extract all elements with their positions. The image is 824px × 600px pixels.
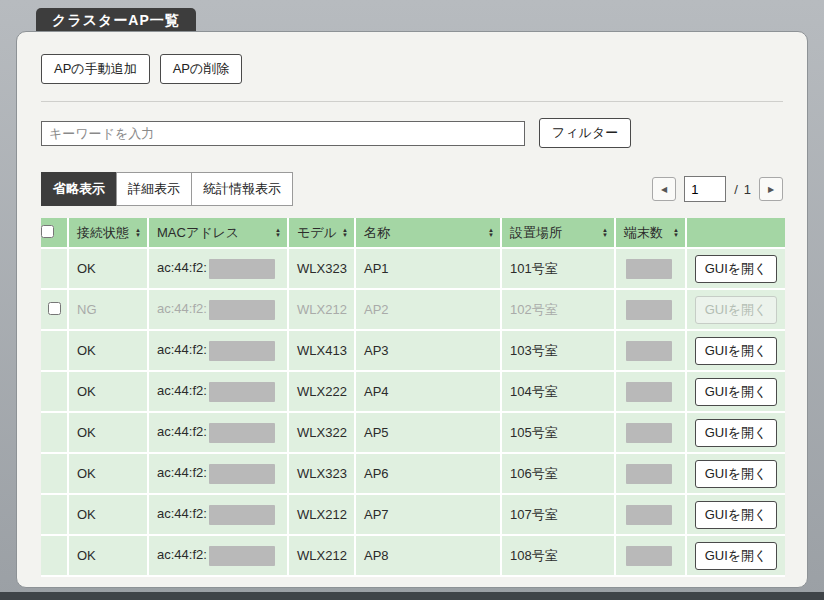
cell-status: OK [69, 454, 149, 495]
col-header-status[interactable]: 接続状態 ▲▼ [69, 218, 149, 249]
cell-location: 104号室 [502, 372, 616, 413]
cell-name: AP3 [356, 331, 502, 372]
view-mode-tabs: 省略表示 詳細表示 統計情報表示 [41, 172, 293, 206]
cell-action: GUIを開く [687, 372, 785, 413]
cell-model: WLX212 [289, 536, 356, 577]
cell-terminal-count [616, 331, 687, 372]
sort-icon[interactable]: ▲▼ [275, 228, 281, 238]
open-gui-button[interactable]: GUIを開く [695, 419, 778, 447]
table-row: OKac:44:f2:WLX212AP7107号室GUIを開く [41, 495, 785, 536]
redacted-mac-suffix [209, 546, 275, 566]
table-row: OKac:44:f2:WLX322AP5105号室GUIを開く [41, 413, 785, 454]
cell-model: WLX323 [289, 249, 356, 290]
cell-name: AP6 [356, 454, 502, 495]
cell-name: AP8 [356, 536, 502, 577]
cell-mac: ac:44:f2: [149, 413, 289, 454]
sort-icon[interactable]: ▲▼ [673, 228, 679, 238]
open-gui-button[interactable]: GUIを開く [695, 255, 778, 283]
cell-terminal-count [616, 290, 687, 331]
cell-model: WLX212 [289, 290, 356, 331]
table-row: OKac:44:f2:WLX413AP3103号室GUIを開く [41, 331, 785, 372]
cell-location: 108号室 [502, 536, 616, 577]
open-gui-button[interactable]: GUIを開く [695, 542, 778, 570]
cell-model: WLX323 [289, 454, 356, 495]
cell-model: WLX413 [289, 331, 356, 372]
sort-icon[interactable]: ▲▼ [342, 228, 348, 238]
cell-terminal-count [616, 495, 687, 536]
open-gui-button[interactable]: GUIを開く [695, 337, 778, 365]
cell-terminal-count [616, 249, 687, 290]
open-gui-button[interactable]: GUIを開く [695, 378, 778, 406]
cell-mac: ac:44:f2: [149, 454, 289, 495]
cell-select [41, 290, 69, 331]
cell-mac: ac:44:f2: [149, 290, 289, 331]
page-total: / 1 [734, 182, 751, 197]
col-header-location[interactable]: 設置場所 ▲▼ [502, 218, 616, 249]
table-row: NGac:44:f2:WLX212AP2102号室GUIを開く [41, 290, 785, 331]
tab-summary-view[interactable]: 省略表示 [41, 172, 117, 206]
cell-terminal-count [616, 536, 687, 577]
table-row: OKac:44:f2:WLX212AP8108号室GUIを開く [41, 536, 785, 577]
cell-action: GUIを開く [687, 331, 785, 372]
toolbar-divider [41, 101, 783, 102]
cell-status: OK [69, 495, 149, 536]
cell-select [41, 495, 69, 536]
col-header-terminal-count[interactable]: 端末数 ▲▼ [616, 218, 687, 249]
bottom-bar [0, 592, 824, 600]
cell-terminal-count [616, 413, 687, 454]
table-row: OKac:44:f2:WLX323AP1101号室GUIを開く [41, 249, 785, 290]
col-header-select [41, 218, 69, 249]
cell-select [41, 536, 69, 577]
prev-page-button[interactable]: ◀ [652, 177, 676, 201]
redacted-terminal-count [626, 259, 672, 279]
open-gui-button[interactable]: GUIを開く [695, 501, 778, 529]
sort-icon[interactable]: ▲▼ [488, 228, 494, 238]
cell-action: GUIを開く [687, 536, 785, 577]
cell-model: WLX212 [289, 495, 356, 536]
cell-select [41, 331, 69, 372]
page-separator: / [734, 182, 738, 197]
cell-name: AP7 [356, 495, 502, 536]
ap-table-body: OKac:44:f2:WLX323AP1101号室GUIを開くNGac:44:f… [41, 249, 785, 577]
col-header-mac[interactable]: MACアドレス ▲▼ [149, 218, 289, 249]
redacted-terminal-count [626, 546, 672, 566]
tab-detail-view[interactable]: 詳細表示 [116, 172, 192, 206]
keyword-search-input[interactable] [41, 121, 525, 146]
redacted-terminal-count [626, 464, 672, 484]
delete-ap-button[interactable]: APの削除 [160, 54, 243, 84]
filter-button[interactable]: フィルター [539, 118, 631, 148]
tab-statistics-view[interactable]: 統計情報表示 [191, 172, 293, 206]
toolbar: APの手動追加 APの削除 [41, 54, 783, 84]
mac-prefix: ac:44:f2: [157, 301, 207, 316]
redacted-terminal-count [626, 423, 672, 443]
redacted-terminal-count [626, 341, 672, 361]
table-row: OKac:44:f2:WLX323AP6106号室GUIを開く [41, 454, 785, 495]
open-gui-button[interactable]: GUIを開く [695, 460, 778, 488]
page-number-input[interactable] [684, 176, 726, 202]
cell-location: 107号室 [502, 495, 616, 536]
cell-mac: ac:44:f2: [149, 372, 289, 413]
cell-action: GUIを開く [687, 454, 785, 495]
redacted-mac-suffix [209, 300, 275, 320]
cell-mac: ac:44:f2: [149, 331, 289, 372]
cell-name: AP4 [356, 372, 502, 413]
cell-action: GUIを開く [687, 413, 785, 454]
add-ap-button[interactable]: APの手動追加 [41, 54, 150, 84]
col-header-model[interactable]: モデル ▲▼ [289, 218, 356, 249]
sort-icon[interactable]: ▲▼ [135, 228, 141, 238]
cell-model: WLX322 [289, 413, 356, 454]
redacted-terminal-count [626, 300, 672, 320]
sort-icon[interactable]: ▲▼ [602, 228, 608, 238]
cell-select [41, 249, 69, 290]
redacted-mac-suffix [209, 464, 275, 484]
next-page-button[interactable]: ▶ [759, 177, 783, 201]
cell-action: GUIを開く [687, 249, 785, 290]
cell-name: AP5 [356, 413, 502, 454]
redacted-mac-suffix [209, 423, 275, 443]
row-select-checkbox[interactable] [48, 302, 61, 315]
mac-prefix: ac:44:f2: [157, 424, 207, 439]
cell-select [41, 454, 69, 495]
cell-location: 105号室 [502, 413, 616, 454]
col-header-name[interactable]: 名称 ▲▼ [356, 218, 502, 249]
select-all-checkbox[interactable] [41, 225, 54, 238]
